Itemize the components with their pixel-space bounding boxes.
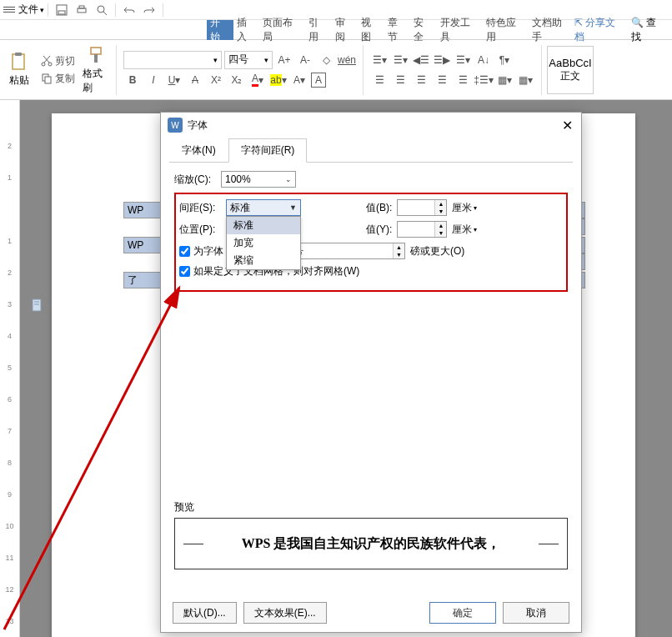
tab-view[interactable]: 视图 [358, 20, 384, 40]
svg-rect-13 [45, 77, 51, 83]
dialog-titlebar[interactable]: W 字体 ✕ [161, 113, 581, 138]
tab-insert[interactable]: 插入 [233, 20, 260, 40]
show-marks-icon[interactable]: ¶▾ [495, 51, 514, 69]
tab-dev[interactable]: 开发工具 [437, 20, 483, 40]
phonetic-icon[interactable]: wén [338, 51, 356, 69]
align-dist-icon[interactable]: ☰ [454, 71, 472, 89]
tab-icon[interactable]: ☰▾ [454, 51, 472, 69]
spacing-opt-standard[interactable]: 标准 [227, 217, 300, 234]
copy-button[interactable]: 复制 [38, 71, 78, 87]
spacing-select[interactable]: 标准▼ [226, 199, 301, 216]
highlighted-section: 间距(S): 标准▼ 标准 加宽 紧缩 值(B): ▲▼ 厘米▾ 位置(P): … [174, 193, 568, 292]
paste-button[interactable]: 粘贴 [5, 52, 33, 88]
increase-font-icon[interactable]: A+ [275, 51, 293, 69]
align-left-icon[interactable]: ☰ [370, 71, 389, 89]
kerning-checkbox[interactable]: 为字体 [179, 244, 223, 258]
bold-icon[interactable]: B [123, 71, 142, 89]
font-color-icon[interactable]: A▾ [248, 71, 267, 89]
tab-review[interactable]: 审阅 [332, 20, 359, 40]
clear-format-icon[interactable]: ◇ [317, 51, 335, 69]
save-icon[interactable] [55, 3, 68, 17]
preview-label: 预览 [174, 500, 568, 514]
svg-point-4 [98, 6, 104, 13]
font-dialog: W 字体 ✕ 字体(N) 字符间距(R) 缩放(C): 100%⌄ 间距(S):… [160, 112, 582, 633]
underline-icon[interactable]: U▾ [165, 71, 183, 89]
svg-rect-1 [58, 11, 65, 14]
default-button[interactable]: 默认(D)... [173, 602, 237, 624]
style-normal[interactable]: AaBbCcI 正文 [547, 46, 594, 94]
numbering-icon[interactable]: ☰▾ [391, 51, 409, 69]
value-y-spin[interactable]: ▲▼ [397, 221, 447, 238]
value-y-label: 值(Y): [366, 223, 392, 237]
format-painter-button[interactable]: 格式刷 [83, 45, 111, 95]
tab-references[interactable]: 引用 [305, 20, 332, 40]
svg-rect-7 [15, 53, 22, 56]
tab-char-spacing[interactable]: 字符间距(R) [228, 138, 308, 163]
subscript-icon[interactable]: X₂ [228, 71, 246, 89]
sort-icon[interactable]: A↓ [474, 51, 493, 69]
position-label: 位置(P): [179, 223, 221, 237]
tab-feature[interactable]: 特色应用 [483, 20, 529, 40]
preview-icon[interactable] [95, 3, 108, 17]
vertical-ruler[interactable]: 21 123 456 789 10111213 [0, 100, 20, 637]
hamburger-icon[interactable] [3, 7, 15, 13]
align-right-icon[interactable]: ☰ [412, 71, 430, 89]
share-doc[interactable]: ⇱ 分享文档 [574, 16, 624, 44]
shading-icon[interactable]: ▦▾ [495, 71, 514, 89]
unit-b-select[interactable]: 厘米▾ [452, 201, 477, 215]
undo-icon[interactable] [123, 3, 136, 17]
strike-icon[interactable]: A [186, 71, 204, 89]
unit-y-select[interactable]: 厘米▾ [452, 223, 477, 237]
cut-button[interactable]: 剪切 [38, 53, 78, 69]
scale-select[interactable]: 100%⌄ [221, 171, 296, 188]
spacing-label: 间距(S): [179, 201, 221, 215]
cancel-button[interactable]: 取消 [503, 602, 569, 624]
file-menu[interactable]: 文件 [18, 3, 38, 17]
text-effects-button[interactable]: 文本效果(E)... [243, 602, 327, 624]
spacing-opt-condensed[interactable]: 紧缩 [227, 252, 300, 269]
ok-button[interactable]: 确定 [429, 602, 496, 624]
tab-home[interactable]: 开始 [207, 20, 233, 40]
svg-line-10 [44, 56, 50, 63]
superscript-icon[interactable]: X² [207, 71, 225, 89]
tab-helper[interactable]: 文档助手 [529, 20, 574, 40]
page-nav[interactable]: ▸ [32, 298, 51, 312]
svg-rect-2 [78, 8, 86, 13]
char-shading-icon[interactable]: A▾ [290, 71, 308, 89]
align-justify-icon[interactable]: ☰ [433, 71, 451, 89]
font-size-select[interactable]: 四号▾ [224, 51, 273, 69]
preview-box: WPS 是我国自主知识产权的民族软件代表， [174, 518, 568, 569]
indent-dec-icon[interactable]: ◀☰ [412, 51, 430, 69]
find[interactable]: 🔍 查找 [631, 16, 665, 44]
svg-point-9 [48, 63, 52, 66]
highlight-icon[interactable]: ab▾ [269, 71, 288, 89]
ribbon: 粘贴 剪切 复制 格式刷 ▾ 四号▾ A+ A- ◇ wén B I U▾ A … [0, 40, 672, 100]
wps-logo-icon: W [168, 118, 183, 133]
dialog-title: 字体 [188, 118, 208, 133]
decrease-font-icon[interactable]: A- [296, 51, 314, 69]
indent-inc-icon[interactable]: ☰▶ [433, 51, 451, 69]
tab-layout[interactable]: 页面布局 [259, 20, 305, 40]
italic-icon[interactable]: I [144, 71, 163, 89]
borders-icon[interactable]: ▦▾ [516, 71, 534, 89]
redo-icon[interactable] [143, 3, 156, 17]
svg-line-11 [43, 56, 49, 63]
spacing-dropdown: 标准 加宽 紧缩 [226, 216, 301, 270]
tab-font[interactable]: 字体(N) [169, 138, 228, 163]
tab-security[interactable]: 安全 [410, 20, 437, 40]
tab-section[interactable]: 章节 [384, 20, 411, 40]
svg-point-8 [42, 63, 45, 66]
svg-rect-16 [33, 299, 41, 311]
char-border-icon[interactable]: A [311, 73, 326, 88]
line-spacing-icon[interactable]: ‡☰▾ [474, 71, 493, 89]
print-icon[interactable] [75, 3, 88, 17]
value-b-spin[interactable]: ▲▼ [397, 199, 447, 216]
font-family-select[interactable]: ▾ [123, 51, 222, 69]
ribbon-tabs: 开始 插入 页面布局 引用 审阅 视图 章节 安全 开发工具 特色应用 文档助手… [0, 20, 672, 40]
bullets-icon[interactable]: ☰▾ [370, 51, 389, 69]
page-icon [32, 298, 43, 312]
close-icon[interactable]: ✕ [559, 118, 574, 133]
spacing-opt-expanded[interactable]: 加宽 [227, 234, 300, 252]
align-center-icon[interactable]: ☰ [391, 71, 409, 89]
svg-rect-3 [79, 6, 84, 8]
